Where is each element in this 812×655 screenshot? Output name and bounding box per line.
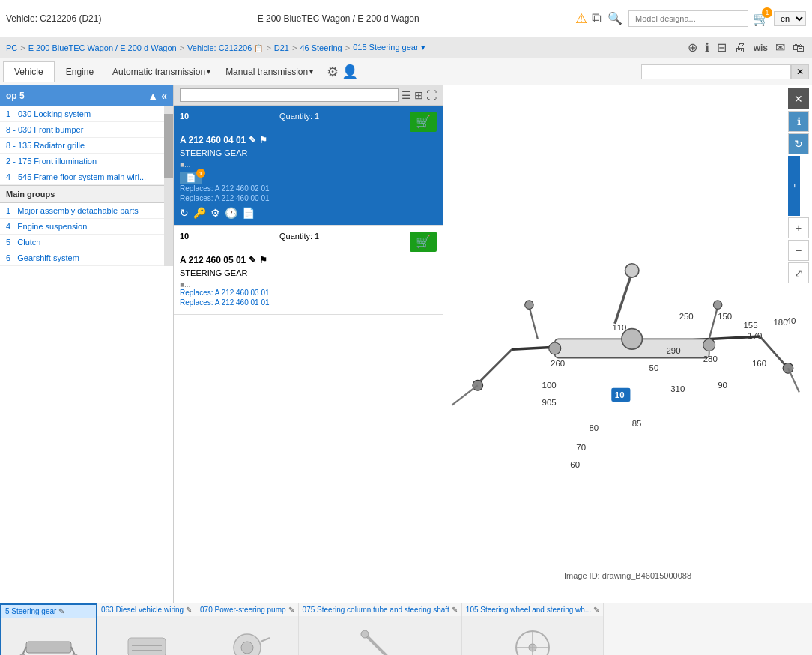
copy-icon[interactable]: ⧉ (592, 10, 602, 26)
info-btn[interactable]: ℹ (703, 39, 711, 56)
svg-line-11 (452, 385, 477, 405)
nav-icon-person[interactable]: 👤 (342, 64, 358, 80)
parts-search-input[interactable] (641, 64, 791, 79)
sidebar-item-front-bumper[interactable]: 8 - 030 Front bumper (0, 122, 164, 138)
thumbnails-bar: 5 Steering gear ✎ 063 Diesel vehicle wir… (0, 603, 812, 655)
grid-view-btn[interactable]: ⊞ (414, 89, 423, 101)
flag-icon-2[interactable]: ⚑ (259, 255, 267, 265)
zoom-out-diagram-btn[interactable]: − (788, 240, 809, 261)
parts-diagram-svg: 155 150 180 250 170 50 110 290 260 280 4… (443, 85, 812, 588)
parts-list-header: ☰ ⊞ ⛶ (174, 85, 443, 106)
part-desc-1: STEERING GEAR (180, 148, 437, 157)
filter-btn[interactable]: ⊟ (715, 39, 728, 56)
svg-text:150: 150 (718, 312, 732, 321)
wis-btn[interactable]: wis (752, 39, 769, 56)
clock-btn-1[interactable]: 🕐 (225, 207, 237, 219)
warning-icon[interactable]: ⚠ (575, 10, 587, 27)
add-to-cart-btn-1[interactable]: 🛒 (410, 112, 437, 132)
search-icon-btn[interactable]: 🔍 (606, 10, 624, 27)
breadcrumb-pc[interactable]: PC (6, 43, 17, 52)
doc-btn-1[interactable]: 📄 (242, 207, 255, 219)
language-select[interactable]: en de (774, 11, 806, 26)
svg-text:110: 110 (612, 323, 626, 332)
svg-text:10: 10 (615, 390, 625, 399)
part-item-2[interactable]: 10 Quantity: 1 🛒 A 212 460 05 01 ✎ ⚑ STE… (174, 226, 443, 315)
breadcrumb-model[interactable]: E 200 BlueTEC Wagon / E 200 d Wagon (28, 43, 177, 52)
top-bar: Vehicle: C212206 (D21) E 200 BlueTEC Wag… (0, 0, 812, 37)
part-pos-1: 10 (180, 112, 189, 121)
mail-btn[interactable]: ✉ (774, 39, 787, 56)
thumbnail-4[interactable]: 075 Steering column tube and steering sh… (299, 603, 462, 655)
tab-vehicle[interactable]: Vehicle (3, 61, 55, 82)
svg-text:155: 155 (743, 321, 757, 330)
expand-diagram-btn[interactable]: ⤢ (788, 262, 809, 283)
tab-engine[interactable]: Engine (55, 61, 105, 82)
fullscreen-btn[interactable]: ⛶ (426, 89, 437, 101)
model-search-input[interactable] (628, 10, 748, 27)
thumbnail-edit-icon-1[interactable]: ✎ (58, 607, 64, 615)
sidebar-item-gearshift[interactable]: 6 Gearshift system (0, 250, 164, 266)
sidebar-scrollbar[interactable] (164, 106, 173, 266)
zoom-in-diagram-btn[interactable]: + (788, 217, 809, 238)
sidebar-content: 1 - 030 Locking system 8 - 030 Front bum… (0, 106, 164, 266)
tab-automatic-transmission[interactable]: Automatic transmission ▾ (105, 62, 218, 82)
thumbnail-edit-icon-2[interactable]: ✎ (186, 606, 192, 614)
svg-text:160: 160 (752, 359, 766, 368)
thumbnail-edit-icon-5[interactable]: ✎ (593, 606, 599, 614)
thumbnail-5[interactable]: 105 Steering wheel and steering wh... ✎ (462, 603, 604, 655)
flag-icon-1[interactable]: ⚑ (259, 135, 267, 145)
svg-text:60: 60 (570, 460, 580, 469)
sidebar-item-frame[interactable]: 4 - 545 Frame floor system main wiri... (0, 169, 164, 185)
svg-point-7 (625, 264, 639, 277)
svg-point-51 (361, 630, 369, 638)
cart-badge: 1 (762, 7, 772, 18)
svg-line-50 (365, 634, 391, 656)
breadcrumb-actions: ⊕ ℹ ⊟ 🖨 wis ✉ 🛍 (686, 39, 806, 56)
thumbnail-1[interactable]: 5 Steering gear ✎ (0, 603, 97, 655)
zoom-in-btn[interactable]: ⊕ (686, 39, 699, 56)
breadcrumb-46steering[interactable]: 46 Steering (300, 43, 342, 52)
sidebar-double-collapse-icon[interactable]: « (161, 90, 167, 102)
sidebar-item-engine-suspension[interactable]: 4 Engine suspension (0, 219, 164, 235)
breadcrumb-d21[interactable]: D21 (274, 43, 289, 52)
sidebar-item-illumination[interactable]: 2 - 175 Front illumination (0, 154, 164, 169)
svg-text:90: 90 (718, 381, 727, 390)
nav-tabs: Vehicle Engine Automatic transmission ▾ … (0, 58, 812, 85)
print-btn[interactable]: 🖨 (733, 39, 748, 56)
sidebar-item-radiator[interactable]: 8 - 135 Radiator grille (0, 138, 164, 154)
add-to-cart-btn-2[interactable]: 🛒 (410, 232, 437, 252)
edit-icon-1[interactable]: ✎ (249, 135, 256, 145)
nav-icon-settings[interactable]: ⚙ (327, 64, 339, 80)
clear-search-btn[interactable]: ✕ (791, 64, 809, 79)
breadcrumb-vehicle[interactable]: Vehicle: C212206 📋 (187, 43, 263, 52)
thumbnail-3[interactable]: 070 Power-steering pump ✎ (196, 603, 299, 655)
shop-btn[interactable]: 🛍 (791, 39, 806, 56)
sidebar-item-major-assembly[interactable]: 1 Major assembly detachable parts (0, 203, 164, 219)
right-panel-btn[interactable]: ≡ (788, 156, 800, 216)
exchange-btn-1[interactable]: ↻ (180, 207, 189, 219)
thumbnail-2[interactable]: 063 Diesel vehicle wiring ✎ (97, 603, 196, 655)
settings-btn-1[interactable]: ⚙ (210, 207, 220, 219)
parts-filter-input[interactable] (180, 88, 399, 102)
thumbnail-edit-icon-3[interactable]: ✎ (288, 606, 294, 614)
sidebar-item-locking[interactable]: 1 - 030 Locking system (0, 106, 164, 122)
part-desc-2: STEERING GEAR (180, 268, 437, 277)
part-item-1[interactable]: 10 Quantity: 1 🛒 A 212 460 04 01 ✎ ⚑ STE… (174, 106, 443, 226)
diagram-history-btn[interactable]: ↻ (788, 133, 809, 154)
cart-button[interactable]: 🛒1 (753, 10, 769, 27)
list-view-btn[interactable]: ☰ (402, 89, 411, 101)
sidebar-item-clutch[interactable]: 5 Clutch (0, 235, 164, 250)
svg-text:290: 290 (666, 346, 680, 355)
svg-text:80: 80 (590, 423, 599, 432)
edit-icon-2[interactable]: ✎ (249, 255, 256, 265)
tab-manual-transmission[interactable]: Manual transmission ▾ (218, 62, 321, 82)
diagram-close-btn[interactable]: ✕ (788, 88, 809, 109)
sidebar-collapse-icon[interactable]: ▲ (148, 90, 158, 102)
diagram-info-btn[interactable]: ℹ (788, 111, 809, 132)
part-badge-1[interactable]: 📄 1 (180, 172, 202, 184)
sidebar-main-groups-label: Main groups (0, 185, 164, 203)
key-btn-1[interactable]: 🔑 (193, 207, 206, 219)
diagram-toolbar: ✕ ℹ ↻ ≡ + − ⤢ (785, 85, 812, 286)
breadcrumb-015steering[interactable]: 015 Steering gear ▾ (353, 43, 425, 52)
thumbnail-edit-icon-4[interactable]: ✎ (452, 606, 458, 614)
